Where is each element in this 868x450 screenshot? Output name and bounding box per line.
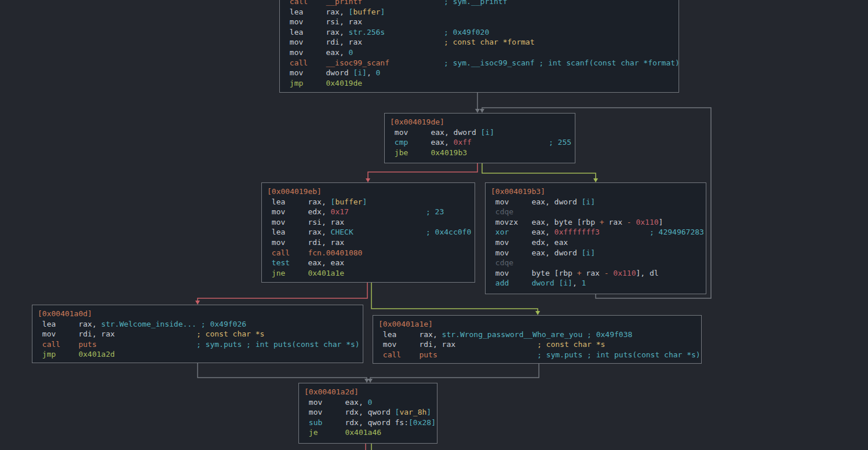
block-address: [0x004019b3]: [491, 187, 545, 196]
basic-block-0x004019b3[interactable]: [0x004019b3] mov eax, dword [i] cdqe mov…: [485, 182, 706, 294]
asm-token: [362, 0, 444, 6]
asm-token: mov eax,: [285, 48, 349, 57]
asm-line[interactable]: lea rax, str.Welcome_inside... ; 0x49f02…: [38, 319, 360, 330]
asm-line[interactable]: add dword [i], 1: [491, 278, 703, 288]
asm-line[interactable]: cdqe: [491, 258, 703, 268]
asm-token: 0x110: [636, 218, 658, 226]
asm-token: 0xff: [454, 138, 472, 147]
asm-line[interactable]: movzx eax, byte [rbp + rax - 0x110]: [491, 217, 703, 228]
asm-token: str.Wrong_password__Who_are_you: [442, 330, 583, 339]
block-address: [0x00401a0d]: [38, 309, 92, 318]
asm-token: buffer: [353, 8, 380, 16]
asm-line[interactable]: call __isoc99_scanf ; sym.__isoc99_scanf…: [285, 58, 676, 68]
asm-line[interactable]: jmp 0x4019de: [285, 78, 676, 89]
asm-line[interactable]: call fcn.00401080: [267, 248, 472, 258]
asm-line[interactable]: lea rax, [buffer]: [267, 197, 472, 207]
asm-token: [349, 207, 426, 216]
basic-block-0x00401a1e[interactable]: [0x00401a1e] lea rax, str.Wrong_password…: [373, 315, 702, 364]
asm-line[interactable]: mov eax, 0: [304, 397, 435, 408]
asm-line[interactable]: je 0x401a46: [304, 427, 435, 438]
block-address-header: [0x00401a0d]: [38, 309, 360, 319]
block-address-header: [0x004019b3]: [491, 186, 703, 197]
asm-token: jmp 0x401a2d: [38, 350, 115, 358]
asm-token: [437, 350, 537, 359]
asm-token: [i]: [481, 128, 494, 137]
asm-line[interactable]: jmp 0x401a2d: [38, 349, 360, 360]
block-address: [0x00401a1e]: [378, 320, 433, 328]
asm-token: [353, 228, 426, 236]
asm-token: ; 0x49f026: [201, 320, 246, 328]
asm-line[interactable]: mov edx, 0x17 ; 23: [267, 207, 472, 217]
asm-line[interactable]: mov eax, 0: [285, 47, 676, 58]
asm-line[interactable]: lea rax, str.256s ; 0x49f020: [285, 27, 676, 38]
asm-line[interactable]: mov eax, dword [i]: [491, 197, 703, 207]
block-address: [0x004019de]: [390, 118, 444, 126]
disassembly-graph-canvas[interactable]: call __printf ; sym.__printf lea rax, [b…: [0, 0, 868, 450]
asm-token: ; sym.__isoc99_scanf ; int scanf(const c…: [444, 58, 680, 67]
asm-token: mov rdi, rax: [38, 330, 115, 338]
asm-token: eax,: [431, 138, 453, 147]
basic-block-entry-partial[interactable]: call __printf ; sym.__printf lea rax, [b…: [279, 0, 679, 93]
asm-line[interactable]: mov eax, dword [i]: [491, 248, 703, 258]
asm-line[interactable]: mov rsi, rax: [267, 217, 472, 228]
edge-false-0x4019eb-to-0x401a0d-arrowhead: [195, 301, 200, 305]
asm-line[interactable]: call puts ; sym.puts ; int puts(const ch…: [38, 339, 360, 350]
edge-entry-to-0x4019de-arrowhead: [475, 109, 480, 113]
asm-line[interactable]: call __printf ; sym.__printf: [285, 0, 676, 7]
asm-line[interactable]: call puts ; sym.puts ; int puts(const ch…: [378, 350, 699, 360]
asm-token: ]: [362, 197, 367, 206]
asm-token: mov rdi, rax: [378, 340, 455, 349]
asm-token: rax: [604, 218, 627, 226]
asm-line[interactable]: cmp eax, 0xff ; 255: [390, 137, 572, 148]
asm-line[interactable]: mov rdi, rax ; const char *s: [378, 339, 699, 350]
asm-token: jne 0x401a1e: [267, 269, 344, 277]
asm-token: mov eax, dword: [390, 128, 481, 137]
asm-token: ; 4294967283: [650, 228, 704, 236]
asm-line[interactable]: sub rdx, qword fs:[0x28]: [304, 418, 435, 428]
asm-line[interactable]: mov rdx, qword [var_8h]: [304, 407, 435, 418]
edge-0x401a1e-to-0x401a2d: [370, 363, 539, 379]
asm-token: movzx eax, byte [rbp: [491, 218, 600, 226]
asm-token: cdqe: [491, 207, 513, 216]
edge-false-0x4019eb-to-0x401a0d: [198, 283, 367, 301]
asm-line[interactable]: xor eax, 0xfffffff3 ; 4294967283: [491, 227, 703, 237]
basic-block-0x004019de[interactable]: [0x004019de] mov eax, dword [i] cmp eax,…: [384, 113, 575, 163]
asm-token: 1: [582, 279, 586, 287]
asm-token: [582, 330, 587, 339]
asm-line[interactable]: mov eax, dword [i]: [390, 127, 572, 138]
asm-token: mov rdi, rax: [285, 38, 362, 46]
asm-line[interactable]: mov rdi, rax ; const char *format: [285, 37, 676, 47]
asm-token: [385, 28, 444, 36]
asm-line[interactable]: test eax, eax: [267, 258, 472, 268]
asm-token: [115, 330, 196, 338]
basic-block-0x00401a0d[interactable]: [0x00401a0d] lea rax, str.Welcome_inside…: [32, 305, 363, 363]
asm-line[interactable]: mov dword [i], 0: [285, 68, 676, 78]
asm-token: [97, 340, 196, 349]
asm-token: str.256s: [349, 28, 385, 36]
asm-token: str.Welcome_inside...: [101, 320, 196, 328]
basic-block-0x004019eb[interactable]: [0x004019eb] lea rax, [buffer] mov edx, …: [261, 182, 475, 283]
asm-line[interactable]: mov byte [rbp + rax - 0x110], dl: [491, 268, 703, 279]
asm-token: ; sym.__printf: [444, 0, 508, 6]
asm-token: ], dl: [636, 269, 658, 277]
asm-token: mov rsi, rax: [285, 17, 362, 26]
asm-line[interactable]: mov edx, eax: [491, 237, 703, 248]
basic-block-0x00401a2d[interactable]: [0x00401a2d] mov eax, 0 mov rdx, qword […: [298, 383, 437, 444]
asm-token: [455, 340, 537, 349]
asm-line[interactable]: lea rax, CHECK ; 0x4cc0f0: [267, 227, 472, 237]
asm-token: CHECK: [331, 228, 353, 236]
asm-line[interactable]: cdqe: [491, 207, 703, 217]
asm-token: [196, 320, 201, 328]
asm-line[interactable]: mov rdi, rax ; const char *s: [38, 329, 360, 339]
asm-token: mov rdx, qword: [304, 408, 395, 416]
asm-line[interactable]: lea rax, str.Wrong_password__Who_are_you…: [378, 330, 699, 340]
asm-line[interactable]: jne 0x401a1e: [267, 268, 472, 279]
asm-token: [362, 38, 444, 46]
asm-line[interactable]: mov rsi, rax: [285, 17, 676, 27]
asm-token: jmp 0x4019de: [285, 79, 362, 87]
asm-line[interactable]: lea rax, [buffer]: [285, 7, 676, 17]
asm-line[interactable]: jbe 0x4019b3: [390, 148, 572, 158]
asm-line[interactable]: mov rdi, rax: [267, 237, 472, 248]
asm-token: lea rax,: [267, 197, 331, 206]
asm-token: ]: [426, 408, 431, 416]
